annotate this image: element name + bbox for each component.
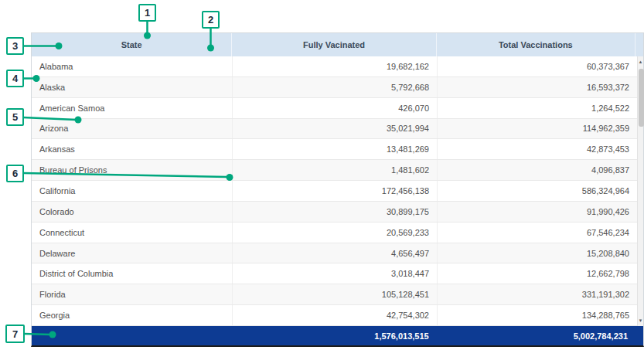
- cell-total: 134,288,765: [438, 305, 637, 325]
- table-row[interactable]: Arizona35,021,994114,962,359: [32, 119, 637, 140]
- cell-fully: 105,128,451: [233, 284, 438, 304]
- cell-total: 67,546,234: [438, 223, 637, 243]
- cell-fully: 19,682,162: [233, 56, 438, 76]
- cell-state: Alaska: [32, 77, 233, 97]
- table-row[interactable]: Bureau of Prisons1,481,6024,096,837: [32, 160, 637, 181]
- cell-fully: 3,018,447: [233, 263, 438, 284]
- cell-state: Alabama: [32, 56, 233, 76]
- cell-total: 16,593,372: [438, 77, 637, 97]
- cell-state: California: [32, 181, 233, 201]
- total-cell-state: [32, 326, 232, 345]
- table-row[interactable]: District of Columbia3,018,44712,662,798: [32, 263, 637, 284]
- table-header-row: State Fully Vacinated Total Vaccinations: [32, 33, 643, 56]
- cell-total: 15,208,840: [438, 243, 637, 263]
- cell-total: 91,990,426: [438, 202, 637, 222]
- cell-fully: 426,070: [233, 98, 438, 118]
- table-row[interactable]: Colorado30,899,17591,990,426: [32, 202, 637, 223]
- annotation-box: 7: [5, 325, 25, 343]
- table-row[interactable]: Florida105,128,451331,191,302: [32, 284, 637, 305]
- table-row[interactable]: Connecticut20,569,23367,546,234: [32, 223, 637, 243]
- cell-fully: 1,481,602: [233, 160, 438, 180]
- table-total-row: 1,576,013,515 5,002,784,231: [32, 326, 643, 345]
- total-scrollbar-spacer: [635, 326, 643, 345]
- table-row[interactable]: Delaware4,656,49715,208,840: [32, 243, 637, 264]
- table-row[interactable]: American Samoa426,0701,264,522: [32, 98, 637, 119]
- total-cell-total-vaccinations: 5,002,784,231: [437, 326, 635, 345]
- cell-fully: 35,021,994: [233, 119, 438, 139]
- cell-state: Colorado: [32, 202, 233, 222]
- cell-state: Arizona: [32, 119, 233, 139]
- table-row[interactable]: Georgia42,754,302134,288,765: [32, 305, 637, 326]
- cell-state: Delaware: [32, 243, 233, 263]
- scroll-up-icon[interactable]: ▲: [638, 56, 643, 67]
- column-header-state[interactable]: State: [32, 33, 232, 56]
- cell-total: 114,962,359: [438, 119, 637, 139]
- scrollbar-thumb[interactable]: [639, 69, 644, 127]
- cell-fully: 42,754,302: [233, 305, 438, 325]
- annotation-box: 4: [6, 70, 24, 87]
- cell-fully: 13,481,269: [233, 139, 438, 159]
- cell-total: 60,373,367: [438, 56, 637, 76]
- cell-state: Florida: [32, 284, 233, 304]
- table-row[interactable]: California172,456,138586,324,964: [32, 181, 637, 202]
- cell-total: 12,662,798: [438, 263, 637, 284]
- cell-fully: 4,656,497: [233, 243, 438, 263]
- cell-state: Arkansas: [32, 139, 233, 159]
- table-row[interactable]: Alaska5,792,66816,593,372: [32, 77, 637, 98]
- total-cell-fully-vaccinated: 1,576,013,515: [232, 326, 436, 345]
- cell-total: 4,096,837: [438, 160, 637, 180]
- cell-state: Georgia: [32, 305, 233, 325]
- annotation-box: 6: [6, 165, 24, 182]
- cell-total: 42,873,453: [438, 139, 637, 159]
- table-body-rows: Alabama19,682,16260,373,367Alaska5,792,6…: [32, 56, 637, 326]
- cell-fully: 20,569,233: [233, 223, 438, 243]
- annotation-box: 1: [138, 4, 156, 22]
- column-header-fully-vaccinated[interactable]: Fully Vacinated: [232, 33, 436, 56]
- vaccination-table: State Fully Vacinated Total Vaccinations…: [31, 32, 644, 347]
- annotation-box: 2: [202, 11, 220, 29]
- scroll-down-icon[interactable]: ▼: [638, 315, 643, 326]
- cell-total: 1,264,522: [438, 98, 637, 118]
- cell-fully: 30,899,175: [233, 202, 438, 222]
- cell-state: American Samoa: [32, 98, 233, 118]
- annotation-box: 3: [6, 37, 24, 55]
- table-row[interactable]: Alabama19,682,16260,373,367: [32, 56, 637, 77]
- vertical-scrollbar[interactable]: ▲ ▼: [637, 56, 643, 326]
- annotation-box: 5: [6, 108, 24, 126]
- cell-state: District of Columbia: [32, 263, 233, 284]
- table-body: Alabama19,682,16260,373,367Alaska5,792,6…: [32, 56, 643, 326]
- cell-state: Connecticut: [32, 223, 233, 243]
- cell-total: 586,324,964: [438, 181, 637, 201]
- header-scrollbar-spacer: [635, 33, 643, 56]
- table-row[interactable]: Arkansas13,481,26942,873,453: [32, 139, 637, 160]
- cell-fully: 5,792,668: [233, 77, 438, 97]
- column-header-total-vaccinations[interactable]: Total Vaccinations: [437, 33, 635, 56]
- cell-fully: 172,456,138: [233, 181, 438, 201]
- cell-state: Bureau of Prisons: [32, 160, 233, 180]
- cell-total: 331,191,302: [438, 284, 637, 304]
- screenshot-stage: State Fully Vacinated Total Vaccinations…: [0, 0, 644, 350]
